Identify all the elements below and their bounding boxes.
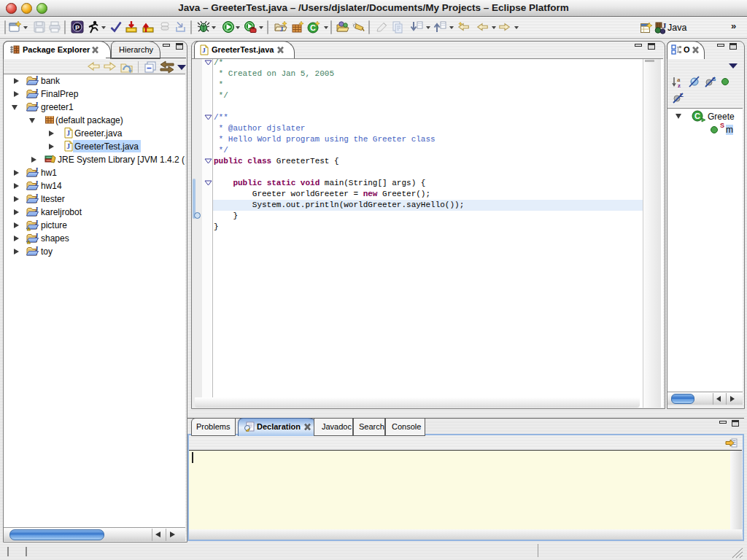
svg-text:P: P: [75, 24, 80, 31]
svg-text:J: J: [662, 21, 667, 30]
svg-text:C: C: [310, 23, 316, 32]
svg-text:J: J: [202, 47, 206, 54]
svg-text:z: z: [678, 82, 681, 88]
svg-text:J: J: [280, 26, 284, 33]
svg-text:C: C: [694, 112, 700, 120]
